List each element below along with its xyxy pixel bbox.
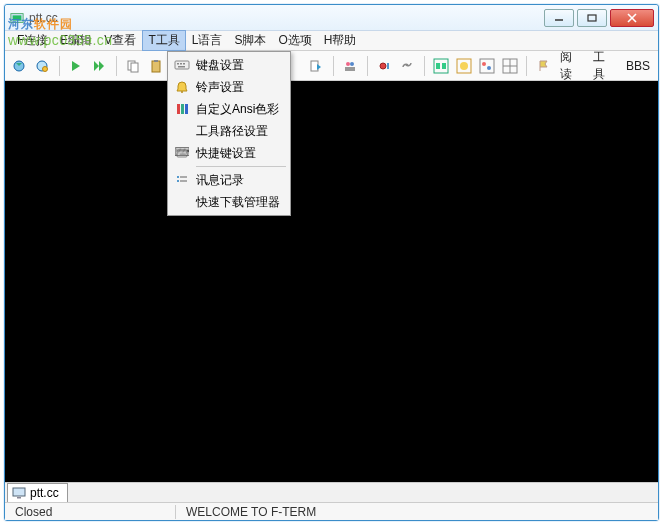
keyboard-icon	[172, 55, 192, 75]
tb-grid-icon[interactable]	[499, 55, 520, 77]
tb-globe-1-icon[interactable]	[9, 55, 30, 77]
tb-forward-icon[interactable]	[89, 55, 110, 77]
svg-rect-10	[131, 63, 138, 72]
minimize-button[interactable]	[544, 9, 574, 27]
status-message: WELCOME TO F-TERM	[176, 505, 326, 519]
svg-rect-40	[180, 176, 187, 178]
svg-point-21	[460, 62, 468, 70]
toolbar-sep	[424, 56, 425, 76]
dd-shortcut-settings[interactable]: ⌨ 快捷键设置	[170, 142, 288, 164]
svg-rect-3	[588, 15, 596, 21]
dd-label: 铃声设置	[196, 79, 244, 96]
dd-message-log[interactable]: 讯息记录	[170, 169, 288, 191]
svg-point-24	[487, 66, 491, 70]
svg-rect-29	[177, 63, 179, 65]
tb-box-green-icon[interactable]	[431, 55, 452, 77]
tb-doc-arrow-icon[interactable]	[306, 55, 327, 77]
svg-rect-22	[480, 59, 494, 73]
svg-point-33	[181, 91, 183, 93]
palette-icon	[172, 99, 192, 119]
shortcut-icon: ⌨	[172, 143, 192, 163]
menu-edit[interactable]: E编辑	[54, 30, 98, 51]
svg-point-17	[380, 63, 386, 69]
dd-label: 自定义Ansi色彩	[196, 101, 279, 118]
menu-options[interactable]: O选项	[272, 30, 317, 51]
dd-download-manager[interactable]: 快速下载管理器	[170, 191, 288, 213]
svg-rect-43	[13, 488, 25, 496]
session-tab[interactable]: ptt.cc	[7, 483, 68, 502]
tb-globe-2-icon[interactable]	[32, 55, 53, 77]
svg-rect-34	[177, 104, 180, 114]
tb-record-icon[interactable]	[374, 55, 395, 77]
svg-rect-42	[180, 180, 187, 182]
dd-label: 键盘设置	[196, 57, 244, 74]
svg-rect-30	[180, 63, 182, 65]
tb-tool-button[interactable]: 工具	[589, 49, 620, 83]
blank-icon	[172, 121, 192, 141]
tb-people-icon[interactable]	[340, 55, 361, 77]
svg-rect-28	[175, 61, 189, 69]
svg-rect-18	[387, 63, 389, 69]
menu-view[interactable]: V查看	[98, 30, 142, 51]
tb-flag-icon[interactable]	[533, 55, 554, 77]
tb-link-icon[interactable]	[397, 55, 418, 77]
toolbar-sep	[526, 56, 527, 76]
tb-play-icon[interactable]	[66, 55, 87, 77]
dd-label: 快速下载管理器	[196, 194, 280, 211]
svg-rect-12	[154, 60, 158, 62]
tabstrip: ptt.cc	[5, 482, 658, 502]
list-icon	[172, 170, 192, 190]
monitor-icon	[12, 487, 26, 499]
svg-rect-11	[152, 61, 160, 72]
toolbar-sep	[333, 56, 334, 76]
svg-rect-44	[17, 497, 21, 499]
tb-read-button[interactable]: 阅读	[556, 49, 587, 83]
dropdown-sep	[196, 166, 286, 167]
svg-point-8	[43, 66, 48, 71]
terminal-view[interactable]	[5, 81, 658, 482]
toolbar: 阅读 工具 BBS	[5, 51, 658, 81]
tb-paste-icon[interactable]	[146, 55, 167, 77]
statusbar: Closed WELCOME TO F-TERM	[5, 502, 658, 520]
tb-shapes-icon[interactable]	[477, 55, 498, 77]
svg-rect-39	[177, 176, 179, 178]
blank-icon	[172, 192, 192, 212]
svg-rect-31	[183, 63, 185, 65]
svg-rect-41	[177, 180, 179, 182]
bell-icon	[172, 77, 192, 97]
menu-language[interactable]: L语言	[186, 30, 229, 51]
toolbar-sep	[367, 56, 368, 76]
toolbar-sep	[59, 56, 60, 76]
svg-text:⌨: ⌨	[175, 146, 189, 159]
close-button[interactable]	[610, 9, 654, 27]
toolbar-sep	[116, 56, 117, 76]
svg-rect-16	[345, 67, 355, 71]
tb-bbs-button[interactable]: BBS	[622, 59, 654, 73]
dd-ansi-colors[interactable]: 自定义Ansi色彩	[170, 98, 288, 120]
tb-copy-icon[interactable]	[123, 55, 144, 77]
dd-label: 讯息记录	[196, 172, 244, 189]
menu-connect[interactable]: F连接	[11, 30, 54, 51]
menu-help[interactable]: H帮助	[318, 30, 363, 51]
window-title: ptt.cc	[29, 11, 544, 25]
svg-rect-35	[181, 104, 184, 114]
status-connection: Closed	[5, 505, 175, 519]
maximize-button[interactable]	[577, 9, 607, 27]
menu-tools[interactable]: T工具	[142, 30, 185, 51]
dd-label: 快捷键设置	[196, 145, 256, 162]
svg-point-15	[350, 62, 354, 66]
app-icon	[9, 10, 25, 26]
svg-rect-32	[178, 66, 185, 68]
svg-rect-36	[185, 104, 188, 114]
tab-label: ptt.cc	[30, 486, 59, 500]
tb-circle-yellow-icon[interactable]	[454, 55, 475, 77]
tools-dropdown: 键盘设置 铃声设置 自定义Ansi色彩 工具路径设置 ⌨ 快捷键设置 讯息记录 …	[167, 51, 291, 216]
svg-rect-1	[13, 15, 22, 20]
dd-toolpath-settings[interactable]: 工具路径设置	[170, 120, 288, 142]
menu-scripts[interactable]: S脚本	[228, 30, 272, 51]
dd-keyboard-settings[interactable]: 键盘设置	[170, 54, 288, 76]
dd-label: 工具路径设置	[196, 123, 268, 140]
svg-rect-13	[311, 61, 318, 71]
titlebar: ptt.cc	[5, 5, 658, 31]
dd-bell-settings[interactable]: 铃声设置	[170, 76, 288, 98]
